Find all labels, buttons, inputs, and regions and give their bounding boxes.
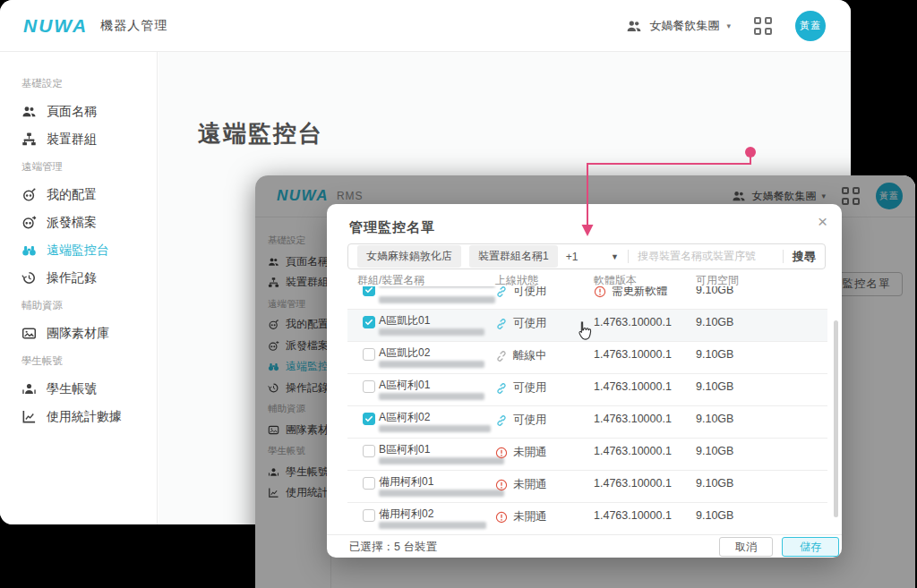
filter-more-count: +1 [566, 251, 578, 263]
link-icon [495, 318, 508, 330]
status-cell: 可使用 [495, 413, 547, 428]
sidebar-item[interactable]: 操作記錄 [21, 264, 157, 292]
filter-chip-store[interactable]: 女媧麻辣鍋敦化店 [357, 245, 461, 268]
status-cell: 可使用 [495, 316, 547, 331]
cancel-button[interactable]: 取消 [719, 537, 773, 557]
warning-icon [495, 479, 508, 491]
page-title: 遠端監控台 [198, 118, 323, 149]
sidebar-item-label: 操作記錄 [47, 270, 97, 286]
status-cell: 可使用 [495, 286, 547, 299]
version-cell: 1.4763.10000.1 [594, 445, 672, 457]
avatar[interactable]: 黃蓋 [795, 11, 826, 41]
table-row: B區柯利01未開通1.4763.10000.19.10GB [347, 439, 827, 471]
row-checkbox[interactable] [363, 445, 375, 457]
org-name: 女媧餐飲集團 [649, 18, 719, 34]
sidebar-item-label: 使用統計數據 [47, 409, 122, 425]
modal-title: 管理監控名單 [349, 219, 435, 236]
version-label: 需更新軟體 [612, 286, 668, 299]
history-icon [21, 270, 37, 285]
device-name-redacted [379, 286, 495, 287]
sidebar-section-label: 學生帳號 [21, 347, 157, 375]
save-button[interactable]: 儲存 [782, 537, 839, 557]
front-window: NUWA RMS 女媧餐飲集團 ▾ 黃蓋 基礎設定頁面名稱裝置群組遠端管理我的配… [255, 175, 915, 588]
link-icon [495, 382, 508, 395]
top-app-bar: NUWA 機器人管理 女媧餐飲集團 ▾ 黃蓋 [0, 0, 851, 52]
table-row: 備用柯利02未開通1.4763.10000.19.10GB [347, 503, 827, 534]
row-checkbox[interactable] [363, 380, 375, 393]
device-search-input[interactable]: 搜尋裝置名稱或裝置序號 [638, 249, 774, 264]
app-title: 機器人管理 [100, 18, 167, 34]
free-space-label: 9.10GB [696, 348, 733, 361]
row-checkbox[interactable] [363, 413, 375, 425]
divider [628, 250, 629, 263]
device-name: 備用柯利02 [379, 507, 433, 522]
table-row: 可使用需更新軟體9.10GB [347, 286, 827, 310]
status-label: 離線中 [513, 348, 547, 363]
sidebar: 基礎設定頁面名稱裝置群組遠端管理我的配置派發檔案遠端監控台操作記錄輔助資源團隊素… [0, 52, 158, 524]
filter-chip-group[interactable]: 裝置群組名稱1 [469, 245, 558, 268]
apps-grid-icon[interactable] [754, 17, 772, 35]
row-checkbox[interactable] [363, 348, 375, 361]
warning-icon [594, 286, 606, 298]
sidebar-section-label: 遠端管理 [21, 153, 157, 181]
row-checkbox[interactable] [363, 477, 375, 490]
free-space-label: 9.10GB [696, 380, 733, 393]
close-icon[interactable]: × [818, 212, 827, 232]
dropdown-caret-icon[interactable]: ▼ [611, 252, 619, 261]
modal-footer: 已選擇：5 台裝置 取消 儲存 [327, 534, 842, 558]
sidebar-item-label: 派發檔案 [47, 215, 97, 231]
team-icon [626, 18, 642, 34]
device-serial-redacted [379, 490, 504, 497]
binoculars-icon [21, 243, 37, 258]
table-header: 群組/裝置名稱 上線狀態 軟體版本 可用空間 [347, 273, 827, 287]
screenshot-stage: NUWA 機器人管理 女媧餐飲集團 ▾ 黃蓋 基礎設定頁面名稱裝置群組遠端管理我… [0, 0, 917, 588]
version-label: 1.4763.10000.1 [594, 509, 672, 522]
org-switcher[interactable]: 女媧餐飲集團 ▾ [626, 18, 731, 34]
device-serial-redacted [379, 328, 484, 336]
version-label: 1.4763.10000.1 [594, 380, 672, 393]
status-cell: 可使用 [495, 380, 547, 396]
sidebar-item[interactable]: 遠端監控台 [21, 236, 157, 264]
divider [783, 250, 784, 263]
device-table: 可使用需更新軟體9.10GBA區凱比01可使用1.4763.10000.19.1… [347, 286, 827, 534]
device-name: A區凱比01 [379, 313, 430, 328]
scrollbar-thumb[interactable] [834, 320, 838, 517]
sidebar-item[interactable]: 裝置群組 [21, 125, 157, 153]
sidebar-item[interactable]: 我的配置 [21, 181, 157, 209]
status-cell: 未開通 [495, 445, 547, 460]
media-icon [21, 326, 37, 341]
sidebar-item[interactable]: 頁面名稱 [21, 98, 157, 125]
version-label: 1.4763.10000.1 [594, 477, 672, 490]
student-icon [21, 381, 37, 396]
sidebar-item[interactable]: 學生帳號 [21, 375, 157, 403]
free-space-label: 9.10GB [696, 509, 733, 522]
version-label: 1.4763.10000.1 [594, 413, 672, 425]
status-cell: 離線中 [495, 348, 547, 363]
sidebar-section-label: 輔助資源 [21, 292, 157, 320]
chart-icon [21, 409, 37, 424]
robot-icon [21, 187, 37, 202]
version-label: 1.4763.10000.1 [594, 316, 672, 328]
status-label: 可使用 [513, 286, 547, 299]
link-broken-icon [495, 350, 508, 362]
sidebar-item[interactable]: 團隊素材庫 [21, 320, 157, 347]
filter-bar: 女媧麻辣鍋敦化店 裝置群組名稱1 +1 ▼ 搜尋裝置名稱或裝置序號 搜尋 [347, 243, 826, 269]
device-serial-redacted [379, 393, 484, 400]
sidebar-item[interactable]: 派發檔案 [21, 209, 157, 236]
search-button[interactable]: 搜尋 [793, 249, 816, 265]
row-checkbox[interactable] [363, 286, 375, 296]
selected-count: 已選擇：5 台裝置 [349, 535, 437, 558]
row-checkbox[interactable] [363, 316, 375, 328]
device-name: B區柯利01 [379, 442, 430, 457]
robot-send-icon [21, 215, 37, 230]
device-serial-redacted [379, 425, 491, 432]
sidebar-section-label: 基礎設定 [21, 70, 157, 98]
link-icon [495, 414, 508, 427]
sidebar-item[interactable]: 使用統計數據 [21, 403, 157, 430]
status-cell: 未開通 [495, 509, 547, 524]
device-name: A區凱比02 [379, 345, 430, 361]
version-cell: 1.4763.10000.1 [594, 348, 672, 361]
device-name: A區柯利02 [379, 410, 430, 425]
row-checkbox[interactable] [363, 509, 375, 522]
device-name: A區柯利01 [379, 378, 430, 393]
